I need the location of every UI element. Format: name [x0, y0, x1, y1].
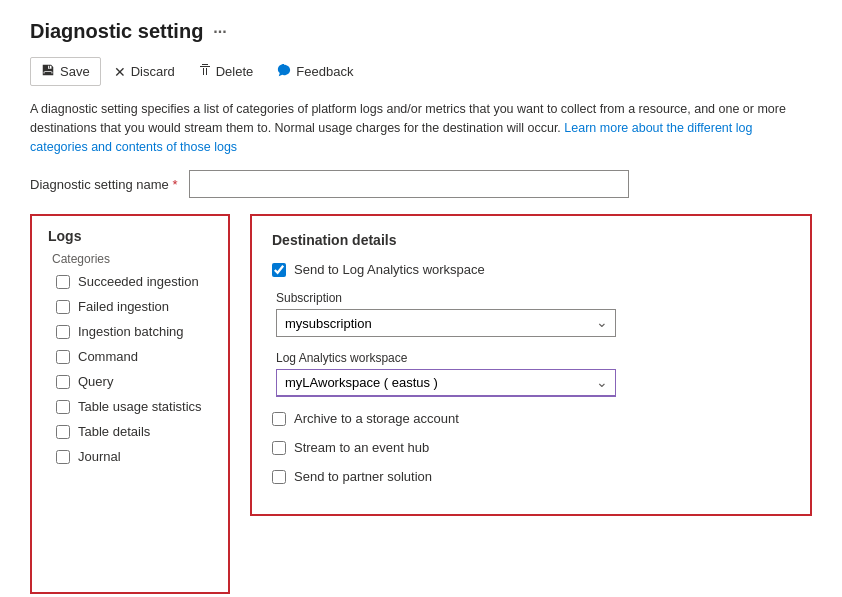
log-category-succeeded-ingestion: Succeeded ingestion — [48, 274, 212, 289]
setting-name-label: Diagnostic setting name * — [30, 177, 177, 192]
page-title-container: Diagnostic setting ··· — [30, 20, 812, 43]
main-content: Logs Categories Succeeded ingestion Fail… — [30, 214, 812, 594]
journal-label[interactable]: Journal — [78, 449, 121, 464]
log-category-command: Command — [48, 349, 212, 364]
subscription-select-wrapper: mysubscription — [276, 309, 616, 337]
save-icon — [41, 63, 55, 80]
discard-label: Discard — [131, 64, 175, 79]
log-category-journal: Journal — [48, 449, 212, 464]
command-label[interactable]: Command — [78, 349, 138, 364]
log-category-failed-ingestion: Failed ingestion — [48, 299, 212, 314]
save-button[interactable]: Save — [30, 57, 101, 86]
setting-name-input[interactable] — [189, 170, 629, 198]
storage-account-label[interactable]: Archive to a storage account — [294, 411, 459, 426]
destination-section: Destination details Send to Log Analytic… — [250, 214, 812, 516]
destination-title: Destination details — [272, 232, 790, 248]
delete-label: Delete — [216, 64, 254, 79]
workspace-select-wrapper: myLAworkspace ( eastus ) — [276, 369, 616, 397]
log-category-query: Query — [48, 374, 212, 389]
query-label[interactable]: Query — [78, 374, 113, 389]
logs-section: Logs Categories Succeeded ingestion Fail… — [30, 214, 230, 594]
failed-ingestion-label[interactable]: Failed ingestion — [78, 299, 169, 314]
page-title: Diagnostic setting — [30, 20, 203, 43]
table-usage-statistics-checkbox[interactable] — [56, 400, 70, 414]
feedback-button[interactable]: Feedback — [266, 57, 364, 86]
journal-checkbox[interactable] — [56, 450, 70, 464]
table-usage-statistics-label[interactable]: Table usage statistics — [78, 399, 202, 414]
delete-button[interactable]: Delete — [188, 57, 265, 86]
discard-icon: ✕ — [114, 64, 126, 80]
workspace-select[interactable]: myLAworkspace ( eastus ) — [276, 369, 616, 397]
partner-solution-row: Send to partner solution — [272, 469, 790, 484]
ingestion-batching-label[interactable]: Ingestion batching — [78, 324, 184, 339]
partner-solution-checkbox[interactable] — [272, 470, 286, 484]
log-category-ingestion-batching: Ingestion batching — [48, 324, 212, 339]
discard-button[interactable]: ✕ Discard — [103, 58, 186, 86]
save-label: Save — [60, 64, 90, 79]
toolbar: Save ✕ Discard Delete Feedback — [30, 57, 812, 86]
log-analytics-checkbox[interactable] — [272, 263, 286, 277]
logs-subtitle: Categories — [48, 252, 212, 266]
query-checkbox[interactable] — [56, 375, 70, 389]
subscription-field: Subscription mysubscription — [276, 291, 790, 337]
event-hub-label[interactable]: Stream to an event hub — [294, 440, 429, 455]
feedback-label: Feedback — [296, 64, 353, 79]
subscription-select[interactable]: mysubscription — [276, 309, 616, 337]
log-category-table-details: Table details — [48, 424, 212, 439]
succeeded-ingestion-label[interactable]: Succeeded ingestion — [78, 274, 199, 289]
failed-ingestion-checkbox[interactable] — [56, 300, 70, 314]
ingestion-batching-checkbox[interactable] — [56, 325, 70, 339]
storage-account-checkbox[interactable] — [272, 412, 286, 426]
storage-account-row: Archive to a storage account — [272, 411, 790, 426]
log-analytics-row: Send to Log Analytics workspace — [272, 262, 790, 277]
event-hub-row: Stream to an event hub — [272, 440, 790, 455]
event-hub-checkbox[interactable] — [272, 441, 286, 455]
table-details-label[interactable]: Table details — [78, 424, 150, 439]
ellipsis-menu[interactable]: ··· — [213, 23, 226, 41]
subscription-label: Subscription — [276, 291, 790, 305]
partner-solution-label[interactable]: Send to partner solution — [294, 469, 432, 484]
feedback-icon — [277, 63, 291, 80]
workspace-field: Log Analytics workspace myLAworkspace ( … — [276, 351, 790, 397]
workspace-label: Log Analytics workspace — [276, 351, 790, 365]
command-checkbox[interactable] — [56, 350, 70, 364]
table-details-checkbox[interactable] — [56, 425, 70, 439]
setting-name-row: Diagnostic setting name * — [30, 170, 812, 198]
delete-icon — [199, 63, 211, 80]
description-text: A diagnostic setting specifies a list of… — [30, 100, 810, 156]
logs-title: Logs — [48, 228, 212, 244]
log-category-table-usage-statistics: Table usage statistics — [48, 399, 212, 414]
log-analytics-label[interactable]: Send to Log Analytics workspace — [294, 262, 485, 277]
succeeded-ingestion-checkbox[interactable] — [56, 275, 70, 289]
required-indicator: * — [172, 177, 177, 192]
